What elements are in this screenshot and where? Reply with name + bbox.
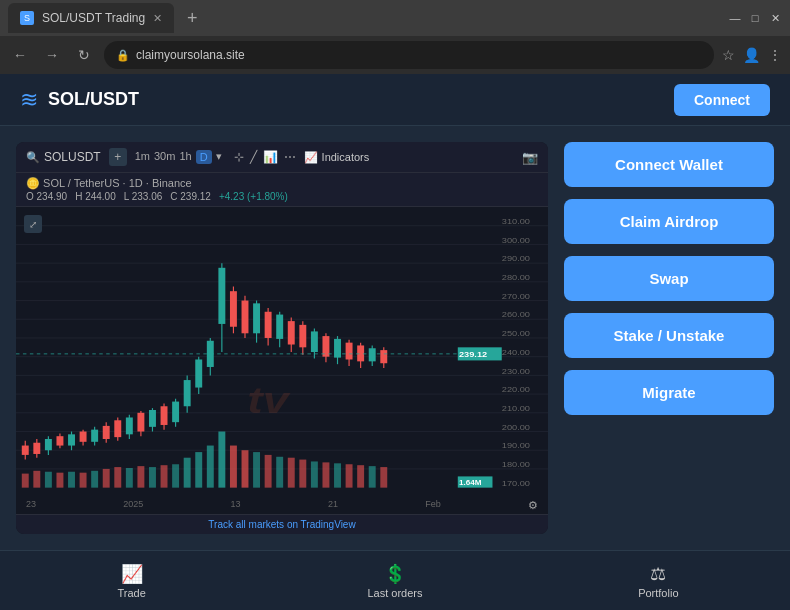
- svg-rect-30: [22, 446, 29, 455]
- chart-footer: Track all markets on TradingView: [16, 514, 548, 534]
- tf-D[interactable]: D: [196, 150, 212, 164]
- svg-rect-80: [311, 331, 318, 352]
- main-content: 🔍 SOLUSDT + 1m 30m 1h D ▾ ⊹ ╱ 📊 ⋯: [0, 126, 790, 550]
- connect-wallet-button[interactable]: Connect Wallet: [564, 142, 774, 187]
- svg-rect-112: [242, 450, 249, 487]
- svg-rect-92: [380, 350, 387, 363]
- date-23: 23: [26, 499, 36, 512]
- expand-btn[interactable]: ⤢: [24, 215, 42, 233]
- indicators-label: Indicators: [322, 151, 370, 163]
- tf-30m[interactable]: 30m: [154, 150, 175, 164]
- chart-settings-icon[interactable]: ⚙: [528, 499, 538, 512]
- portfolio-icon: ⚖: [650, 563, 666, 585]
- svg-rect-121: [346, 464, 353, 487]
- nav-trade[interactable]: 📈 Trade: [0, 563, 263, 599]
- svg-rect-38: [68, 434, 75, 445]
- migrate-button[interactable]: Migrate: [564, 370, 774, 415]
- svg-rect-96: [56, 473, 63, 488]
- logo-text: SOL/USDT: [48, 89, 139, 110]
- forward-btn[interactable]: →: [40, 43, 64, 67]
- svg-rect-90: [369, 348, 376, 361]
- svg-rect-115: [276, 457, 283, 488]
- svg-rect-94: [33, 471, 40, 488]
- app-container: ≋ SOL/USDT Connect 🔍 SOLUSDT + 1m 30m 1h…: [0, 74, 790, 610]
- bottom-nav: 📈 Trade 💲 Last orders ⚖ Portfolio: [0, 550, 790, 610]
- nav-portfolio[interactable]: ⚖ Portfolio: [527, 563, 790, 599]
- svg-rect-109: [207, 446, 214, 488]
- chart-tools: ⊹ ╱ 📊 ⋯: [234, 150, 296, 164]
- camera-icon[interactable]: 📷: [522, 150, 538, 165]
- chart-symbol: 🔍 SOLUSDT: [26, 150, 101, 164]
- svg-rect-102: [126, 468, 133, 488]
- claim-airdrop-button[interactable]: Claim Airdrop: [564, 199, 774, 244]
- svg-text:260.00: 260.00: [502, 310, 531, 319]
- svg-rect-95: [45, 472, 52, 488]
- high-val: H 244.00: [75, 191, 116, 202]
- svg-text:300.00: 300.00: [502, 235, 531, 244]
- svg-text:270.00: 270.00: [502, 292, 531, 301]
- menu-icon[interactable]: ⋮: [768, 47, 782, 63]
- profile-icon[interactable]: 👤: [743, 47, 760, 63]
- indicators-btn[interactable]: 📈 Indicators: [304, 151, 370, 164]
- svg-rect-113: [253, 452, 260, 488]
- trade-icon: 📈: [121, 563, 143, 585]
- svg-rect-70: [253, 303, 260, 333]
- tf-1m[interactable]: 1m: [135, 150, 150, 164]
- maximize-btn[interactable]: □: [748, 11, 762, 25]
- chart-ohlc: O 234.90 H 244.00 L 233.06 C 239.12 +4.2…: [26, 191, 538, 202]
- svg-rect-36: [56, 436, 63, 445]
- svg-rect-110: [218, 432, 225, 488]
- last-orders-icon: 💲: [384, 563, 406, 585]
- crosshair-icon[interactable]: ⊹: [234, 150, 244, 164]
- tab-close-btn[interactable]: ✕: [153, 12, 162, 25]
- stake-unstake-button[interactable]: Stake / Unstake: [564, 313, 774, 358]
- refresh-btn[interactable]: ↻: [72, 43, 96, 67]
- nav-last-orders[interactable]: 💲 Last orders: [263, 563, 526, 599]
- window-controls: — □ ✕: [728, 11, 782, 25]
- address-bar[interactable]: 🔒 claimyoursolana.site: [104, 41, 714, 69]
- new-tab-btn[interactable]: +: [178, 4, 206, 32]
- swap-button[interactable]: Swap: [564, 256, 774, 301]
- tab-favicon: S: [20, 11, 34, 25]
- svg-rect-107: [184, 458, 191, 488]
- chart-search-icon: 🔍: [26, 151, 40, 164]
- svg-rect-78: [299, 325, 306, 347]
- chart-add-btn[interactable]: +: [109, 148, 127, 166]
- svg-text:170.00: 170.00: [502, 479, 531, 488]
- svg-rect-56: [172, 402, 179, 423]
- chart-symbol-text: SOLUSDT: [44, 150, 101, 164]
- active-tab[interactable]: S SOL/USDT Trading ✕: [8, 3, 174, 33]
- svg-rect-32: [33, 443, 40, 454]
- bookmark-icon[interactable]: ☆: [722, 47, 735, 63]
- svg-rect-40: [80, 432, 87, 442]
- svg-rect-99: [91, 471, 98, 488]
- svg-text:240.00: 240.00: [502, 348, 531, 357]
- tradingview-link[interactable]: Track all markets on TradingView: [208, 519, 355, 530]
- svg-rect-46: [114, 420, 121, 437]
- more-icon[interactable]: ⋯: [284, 150, 296, 164]
- svg-rect-103: [137, 466, 144, 488]
- tf-dropdown[interactable]: ▾: [216, 150, 222, 164]
- svg-rect-74: [276, 315, 283, 339]
- header-connect-button[interactable]: Connect: [674, 84, 770, 116]
- close-btn[interactable]: ✕: [768, 11, 782, 25]
- chart-pair-text: SOL / TetherUS · 1D · Binance: [43, 177, 192, 189]
- indicators-icon: 📈: [304, 151, 318, 164]
- draw-icon[interactable]: ╱: [250, 150, 257, 164]
- svg-text:239.12: 239.12: [459, 350, 488, 359]
- minimize-btn[interactable]: —: [728, 11, 742, 25]
- close-val: C 239.12: [170, 191, 211, 202]
- chart-info: 🪙 SOL / TetherUS · 1D · Binance O 234.90…: [16, 173, 548, 207]
- svg-rect-119: [322, 462, 329, 487]
- address-bar-row: ← → ↻ 🔒 claimyoursolana.site ☆ 👤 ⋮: [0, 36, 790, 74]
- svg-rect-98: [80, 473, 87, 488]
- app-header: ≋ SOL/USDT Connect: [0, 74, 790, 126]
- chart-type-icon[interactable]: 📊: [263, 150, 278, 164]
- svg-rect-106: [172, 464, 179, 487]
- chart-pair: 🪙 SOL / TetherUS · 1D · Binance: [26, 177, 538, 190]
- tf-1h[interactable]: 1h: [179, 150, 191, 164]
- svg-text:310.00: 310.00: [502, 217, 531, 226]
- right-panel: Connect Wallet Claim Airdrop Swap Stake …: [564, 142, 774, 534]
- back-btn[interactable]: ←: [8, 43, 32, 67]
- svg-rect-86: [346, 343, 353, 360]
